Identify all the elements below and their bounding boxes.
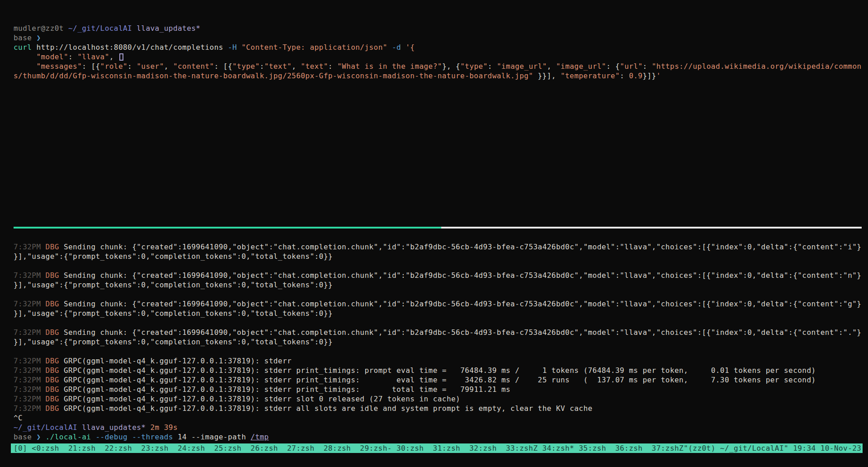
terminal-line [14,261,861,271]
pane-separator-inactive-segment [441,227,862,229]
terminal-text-segment [14,52,36,61]
terminal-text-segment: , [109,52,118,61]
terminal-text-segment: : [68,52,77,61]
terminal-text-segment: "type" [460,62,488,71]
terminal-text-segment: '{ [406,43,415,52]
terminal-line: 7:32PM DBG GRPC(ggml-model-q4_k.gguf-127… [14,375,861,385]
terminal-text-segment: llava_updates* [82,423,150,432]
terminal-text-segment: }]} [642,71,656,80]
terminal-text-segment: "Content-Type: application/json" [241,43,392,52]
terminal-text-segment: 14 [178,433,191,441]
terminal-text-segment: 7:32PM [14,395,46,403]
terminal-text-segment [14,62,36,71]
terminal-line: base ❯ [14,33,862,43]
terminal-text-segment: mudler@zz0t [14,24,68,33]
terminal-text-segment: DBG [46,385,64,394]
terminal-line [14,290,861,299]
terminal-line: s/thumb/d/dd/Gfp-wisconsin-madison-the-n… [14,71,862,81]
terminal-text-segment: DBG [46,376,64,384]
terminal-text-segment: "temperature" [561,71,620,80]
terminal-text-segment: }, { [442,62,460,71]
terminal-text-segment: "type" [232,62,260,71]
terminal-text-segment: DBG [46,271,64,280]
terminal-line: 7:32PM DBG Sending chunk: {"created":169… [14,271,861,280]
terminal-text-segment: : [620,71,629,80]
terminal-line: "model": "llava", [14,52,862,62]
terminal-text-segment: ❯ [36,433,45,441]
terminal-text-segment: DBG [46,300,64,308]
terminal-text-segment: GRPC(ggml-model-q4_k.gguf-127.0.0.1:3781… [64,395,460,403]
terminal-line: 7:32PM DBG GRPC(ggml-model-q4_k.gguf-127… [14,404,861,413]
terminal-debug-output[interactable]: 7:32PM DBG Sending chunk: {"created":169… [14,242,861,442]
terminal-text-segment: http://localhost:8080/v1/chat/completion… [36,43,227,52]
terminal-text-segment: }],"usage":{"prompt_tokens":0,"completio… [14,309,333,318]
terminal-text-segment: : [{ [214,62,232,71]
terminal-text-segment: "https://upload.wikimedia.org/wikipedia/… [652,62,862,71]
terminal-text-segment: , [292,62,301,71]
terminal-line: "messages": [{"role": "user", "content":… [14,62,862,71]
terminal-text-segment: }],"usage":{"prompt_tokens":0,"completio… [14,252,333,261]
terminal-text-segment: : [328,62,337,71]
terminal-text-segment: -d [392,43,406,52]
terminal-text-segment: 7:32PM [14,271,46,280]
terminal-text-segment: ~/_git/LocalAI [14,423,82,432]
terminal-text-segment: "content" [173,62,214,71]
terminal-line: }],"usage":{"prompt_tokens":0,"completio… [14,252,861,261]
terminal-text-segment: : [643,62,652,71]
terminal-cursor [119,53,123,61]
terminal-text-segment: 0.9 [629,71,642,80]
pane-separator [14,227,862,229]
terminal-text-segment: Sending chunk: {"created":1699641090,"ob… [64,243,862,251]
terminal-text-segment: ./local-ai [46,433,96,441]
terminal-line: 7:32PM DBG Sending chunk: {"created":169… [14,242,861,252]
terminal-text-segment: "image_url" [497,62,547,71]
terminal-line: ^C [14,413,861,423]
terminal-text-segment: /tmp [250,433,269,441]
terminal-text-segment: }}], [533,71,561,80]
terminal-text-segment: GRPC(ggml-model-q4_k.gguf-127.0.0.1:3781… [64,376,816,384]
terminal-line: 7:32PM DBG GRPC(ggml-model-q4_k.gguf-127… [14,356,861,366]
terminal-text-segment: DBG [46,404,64,413]
terminal-text-segment: DBG [46,395,64,403]
terminal-text-segment: "text" [301,62,328,71]
terminal-text-segment: DBG [46,328,64,337]
terminal-text-segment: ' [656,71,661,80]
terminal-text-segment: --image-path [191,433,250,441]
terminal-text-segment: --threads [132,433,178,441]
terminal-text-segment: 7:32PM [14,366,46,375]
terminal-text-segment: DBG [46,243,64,251]
terminal-text-segment: 7:32PM [14,300,46,308]
terminal-line: 7:32PM DBG Sending chunk: {"created":169… [14,299,861,309]
terminal-text-segment: Sending chunk: {"created":1699641090,"ob… [64,300,862,308]
terminal-text-segment: 2m 39s [151,423,178,432]
terminal-text-segment: ^C [14,414,23,422]
terminal-text-segment: "image_url" [556,62,606,71]
terminal-text-segment: : [260,62,264,71]
terminal-line [14,318,861,328]
terminal-text-segment: : { [606,62,620,71]
terminal-text-segment: GRPC(ggml-model-q4_k.gguf-127.0.0.1:3781… [64,366,816,375]
terminal-line: curl http://localhost:8080/v1/chat/compl… [14,43,862,52]
terminal-text-segment: 7:32PM [14,376,46,384]
terminal-text-segment: "What is in the image?" [337,62,442,71]
terminal-line: mudler@zz0t ~/_git/LocalAI llava_updates… [14,24,862,33]
terminal-text-segment: Sending chunk: {"created":1699641090,"ob… [64,271,862,280]
tmux-status-bar[interactable]: [0] <0:zsh 21:zsh 22:zsh 23:zsh 24:zsh 2… [11,443,863,453]
terminal-line: ~/_git/LocalAI llava_updates* 2m 39s [14,423,861,432]
terminal-text-segment: Sending chunk: {"created":1699641090,"ob… [64,328,862,337]
terminal-line: }],"usage":{"prompt_tokens":0,"completio… [14,280,861,290]
terminal-line: 7:32PM DBG Sending chunk: {"created":169… [14,328,861,337]
terminal-text-segment: 7:32PM [14,328,46,337]
terminal-text-segment: "user" [137,62,164,71]
terminal-text-segment: 7:32PM [14,404,46,413]
terminal-text-segment: GRPC(ggml-model-q4_k.gguf-127.0.0.1:3781… [64,404,593,413]
terminal-line [14,347,861,356]
terminal-text-segment: s/thumb/d/dd/Gfp-wisconsin-madison-the-n… [14,71,533,80]
terminal-text-segment: "messages" [36,62,82,71]
terminal-text-segment: base [14,33,36,42]
terminal-text-segment: , [164,62,173,71]
terminal-scrollback-top[interactable]: mudler@zz0t ~/_git/LocalAI llava_updates… [14,24,862,81]
terminal-line: }],"usage":{"prompt_tokens":0,"completio… [14,309,861,318]
terminal-text-segment: 7:32PM [14,243,46,251]
terminal-text-segment: -H [228,43,241,52]
